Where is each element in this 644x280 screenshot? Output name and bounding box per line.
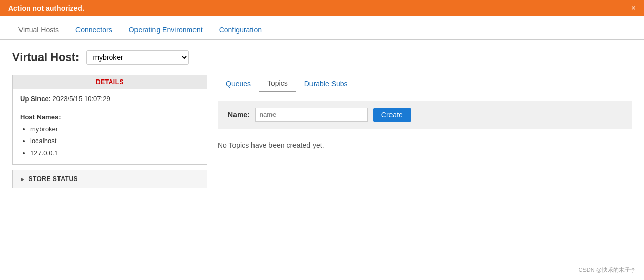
list-item: 127.0.0.1	[30, 147, 200, 159]
main-content: Virtual Host: mybroker DETAILS Up Since:…	[0, 40, 644, 198]
store-status-label: STORE STATUS	[28, 175, 78, 183]
sub-tab-queues[interactable]: Queues	[218, 75, 259, 92]
host-names-list: mybroker localhost 127.0.0.1	[20, 123, 200, 159]
store-status-box: ► STORE STATUS	[12, 170, 207, 188]
host-names-label: Host Names:	[20, 113, 200, 121]
list-item: mybroker	[30, 123, 200, 135]
right-panel: Queues Topics Durable Subs Name: Create …	[218, 75, 632, 188]
up-since-value: 2023/5/15 10:07:29	[53, 95, 110, 103]
up-since-text: Up Since: 2023/5/15 10:07:29	[20, 95, 110, 103]
empty-message: No Topics have been created yet.	[218, 137, 632, 153]
create-button[interactable]: Create	[373, 108, 411, 122]
up-since-label: Up Since:	[20, 95, 51, 103]
alert-message: Action not authorized.	[8, 4, 84, 12]
details-box: DETAILS Up Since: 2023/5/15 10:07:29 Hos…	[12, 75, 207, 165]
name-label: Name:	[228, 111, 250, 119]
name-input[interactable]	[255, 108, 368, 122]
sub-tab-topics[interactable]: Topics	[259, 75, 296, 92]
create-row: Name: Create	[218, 101, 632, 129]
store-status-header[interactable]: ► STORE STATUS	[13, 170, 207, 188]
tab-operating-environment[interactable]: Operating Environment	[121, 21, 211, 40]
up-since-section: Up Since: 2023/5/15 10:07:29	[13, 89, 207, 108]
main-tab-nav: Virtual Hosts Connectors Operating Envir…	[0, 21, 644, 40]
virtual-host-select[interactable]: mybroker	[86, 50, 189, 65]
tab-virtual-hosts[interactable]: Virtual Hosts	[10, 21, 67, 40]
virtual-host-row: Virtual Host: mybroker	[12, 50, 632, 65]
sub-tab-nav: Queues Topics Durable Subs	[218, 75, 632, 92]
tab-connectors[interactable]: Connectors	[67, 21, 121, 40]
two-col-layout: DETAILS Up Since: 2023/5/15 10:07:29 Hos…	[12, 75, 632, 188]
left-panel: DETAILS Up Since: 2023/5/15 10:07:29 Hos…	[12, 75, 207, 188]
host-names-section: Host Names: mybroker localhost 127.0.0.1	[13, 108, 207, 164]
list-item: localhost	[30, 135, 200, 147]
alert-banner: Action not authorized. ×	[0, 0, 644, 16]
details-header: DETAILS	[13, 75, 207, 89]
alert-close-button[interactable]: ×	[631, 4, 636, 12]
sub-tab-durable-subs[interactable]: Durable Subs	[296, 75, 356, 92]
expand-arrow-icon: ►	[20, 176, 25, 182]
tab-configuration[interactable]: Configuration	[211, 21, 270, 40]
virtual-host-label: Virtual Host:	[12, 51, 79, 64]
